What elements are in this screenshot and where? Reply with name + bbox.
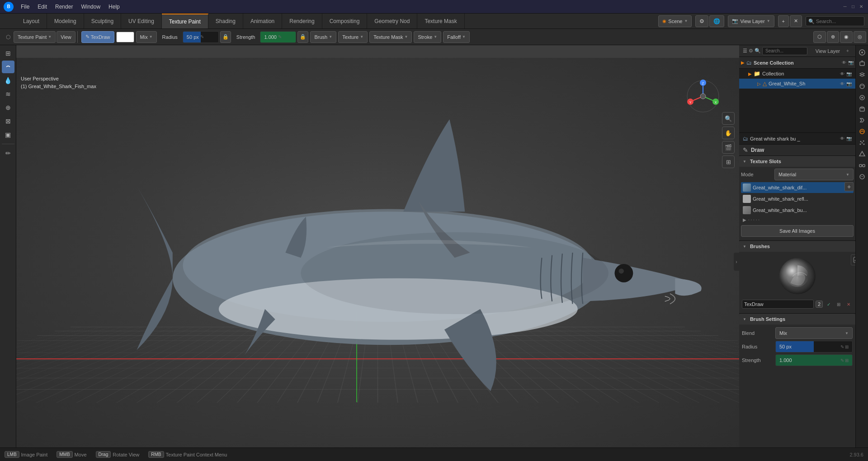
props-icon-view-layer[interactable]: [857, 70, 868, 80]
props-icon-particles[interactable]: [857, 137, 868, 148]
collection-vis-icon[interactable]: 👁: [840, 71, 844, 76]
viewport-shading-btn[interactable]: 🌐: [709, 15, 724, 27]
tab-modeling[interactable]: Modeling: [47, 14, 84, 28]
radius-input-props[interactable]: 50 px ✎ ⊞: [775, 341, 853, 353]
menu-render[interactable]: Render: [52, 3, 76, 11]
props-icon-texture-paint[interactable]: [857, 126, 868, 137]
props-icon-world[interactable]: [857, 92, 868, 103]
add-workspace-btn[interactable]: +: [778, 15, 789, 27]
props-icon-scene[interactable]: [857, 81, 868, 92]
falloff-dropdown[interactable]: Falloff ▼: [443, 31, 470, 43]
zoom-view-btn[interactable]: 🔍: [722, 112, 735, 125]
brush-name-input[interactable]: [742, 300, 814, 309]
outliner-add-btn[interactable]: +: [844, 47, 852, 55]
add-texture-slot-btn[interactable]: +: [844, 182, 854, 191]
tool-mask[interactable]: ▣: [2, 128, 14, 141]
gizmo-btn[interactable]: ⊕: [827, 31, 839, 43]
tab-geometry-nodes[interactable]: Geometry Nod: [367, 14, 417, 28]
view-layer-selector[interactable]: 📷 View Layer ▼: [728, 15, 774, 27]
tool-soften[interactable]: 💧: [2, 74, 14, 87]
tab-uv-editing[interactable]: UV Editing: [121, 14, 162, 28]
texture-mask-dropdown[interactable]: Texture Mask ▼: [369, 31, 412, 43]
scene-selector[interactable]: ◉ Scene ▼: [658, 15, 692, 27]
props-icon-modifiers[interactable]: [857, 115, 868, 126]
tab-rendering[interactable]: Rendering: [282, 14, 322, 28]
menu-edit[interactable]: Edit: [34, 3, 51, 11]
render-settings-btn[interactable]: ⚙: [695, 15, 708, 27]
brush-delete-btn[interactable]: ✕: [844, 300, 853, 308]
tab-animation[interactable]: Animation: [243, 14, 282, 28]
local-view-btn[interactable]: ⊞: [722, 155, 735, 168]
outliner-visibility-icon[interactable]: 👁: [842, 60, 846, 65]
strength-input-props[interactable]: 1.000 ✎ ⊞: [775, 354, 853, 366]
brush-dropdown[interactable]: Brush ▼: [310, 31, 336, 43]
menu-window[interactable]: Window: [77, 3, 104, 11]
tab-sculpting[interactable]: Sculpting: [84, 14, 121, 28]
texture-slot-2[interactable]: Great_white_shark_bu...: [741, 205, 854, 216]
brush-preview[interactable]: [779, 258, 816, 294]
menu-help[interactable]: Help: [105, 3, 123, 11]
outliner-collection[interactable]: ▶ 📁 Collection 👁 📷: [739, 69, 855, 79]
mode-dropdown[interactable]: Material ▼: [774, 169, 854, 180]
texture-dropdown[interactable]: Texture ▼: [338, 31, 368, 43]
brushes-panel-header[interactable]: ▼ Brushes: [739, 241, 855, 252]
texture-slots-panel-header[interactable]: ▼ Texture Slots: [739, 156, 855, 167]
brush-use-btn[interactable]: ✓: [825, 300, 833, 308]
tool-smear[interactable]: ≋: [2, 88, 14, 100]
texture-slot-0[interactable]: Great_white_shark_dif...: [741, 182, 854, 193]
props-icon-physics[interactable]: [857, 149, 868, 160]
close-button[interactable]: ✕: [858, 4, 864, 10]
viewport-shading-solid[interactable]: ◉: [840, 31, 853, 43]
mode-label: Mode: [741, 172, 773, 177]
tool-clone[interactable]: ⊕: [2, 101, 14, 114]
close-workspace-btn[interactable]: ✕: [790, 15, 802, 27]
tool-fill[interactable]: ⊠: [2, 115, 14, 127]
blend-label-props: Blend: [742, 330, 774, 336]
brush-copy-btn[interactable]: ⊞: [835, 300, 843, 308]
maximize-button[interactable]: □: [850, 4, 856, 10]
brush-texture-add[interactable]: [851, 254, 855, 265]
props-icon-constraints[interactable]: [857, 160, 868, 171]
radius-input[interactable]: 50 px ✎: [183, 31, 219, 43]
save-all-images-btn[interactable]: Save All Images: [741, 225, 854, 237]
tool-draw[interactable]: [2, 61, 14, 73]
props-icon-material[interactable]: [857, 171, 868, 182]
tab-texture-paint[interactable]: Texture Paint: [162, 14, 208, 28]
tab-compositing[interactable]: Compositing: [322, 14, 368, 28]
header-view-btn[interactable]: View: [57, 31, 75, 43]
props-icon-output[interactable]: [857, 58, 868, 69]
brush-settings-panel-header[interactable]: ▼ Brush Settings: [739, 314, 855, 325]
svg-text:Z: Z: [702, 82, 704, 85]
pan-view-btn[interactable]: ✋: [722, 127, 735, 139]
menu-file[interactable]: File: [17, 3, 33, 11]
stroke-dropdown[interactable]: Stroke ▼: [414, 31, 441, 43]
blend-mode-selector[interactable]: Mix ▼: [136, 31, 157, 43]
outliner-render-icon[interactable]: 📷: [848, 60, 854, 65]
props-icon-render[interactable]: [857, 47, 868, 58]
outliner-object-great-white[interactable]: ▷ △ Great_White_Sh 👁 📷: [739, 79, 855, 89]
tab-layout[interactable]: Layout: [16, 14, 47, 28]
tool-annotation[interactable]: ✏: [2, 147, 14, 160]
overlay-btn[interactable]: ⬡: [813, 31, 826, 43]
blend-dropdown-props[interactable]: Mix ▼: [775, 327, 853, 339]
texture-slot-1[interactable]: Great_white_shark_refl...: [741, 193, 854, 204]
radius-lock-btn[interactable]: 🔒: [220, 31, 231, 43]
camera-view-btn[interactable]: 🎬: [722, 141, 735, 154]
strength-lock-btn[interactable]: 🔒: [297, 31, 308, 43]
sidebar-toggle[interactable]: ›: [734, 253, 739, 271]
navigation-gizmo[interactable]: Z X Y: [685, 78, 721, 114]
props-icon-object[interactable]: [857, 103, 868, 114]
minimize-button[interactable]: ─: [842, 4, 848, 10]
viewport-shading-material[interactable]: ◎: [854, 31, 866, 43]
object-vis-icon[interactable]: 👁: [840, 81, 844, 86]
collection-render-icon[interactable]: 📷: [846, 71, 852, 76]
mode-selector[interactable]: Texture Paint ▼: [14, 31, 56, 43]
strength-input[interactable]: 1.000 ✎: [260, 31, 296, 43]
color-swatch[interactable]: [116, 32, 134, 42]
outliner-search[interactable]: [762, 47, 807, 55]
object-render-icon[interactable]: 📷: [846, 81, 852, 86]
tool-select[interactable]: ⊞: [2, 47, 14, 60]
tab-texture-mask[interactable]: Texture Mask: [417, 14, 464, 28]
tool-name-display[interactable]: ✎ TexDraw: [81, 31, 114, 43]
tab-shading[interactable]: Shading: [208, 14, 243, 28]
